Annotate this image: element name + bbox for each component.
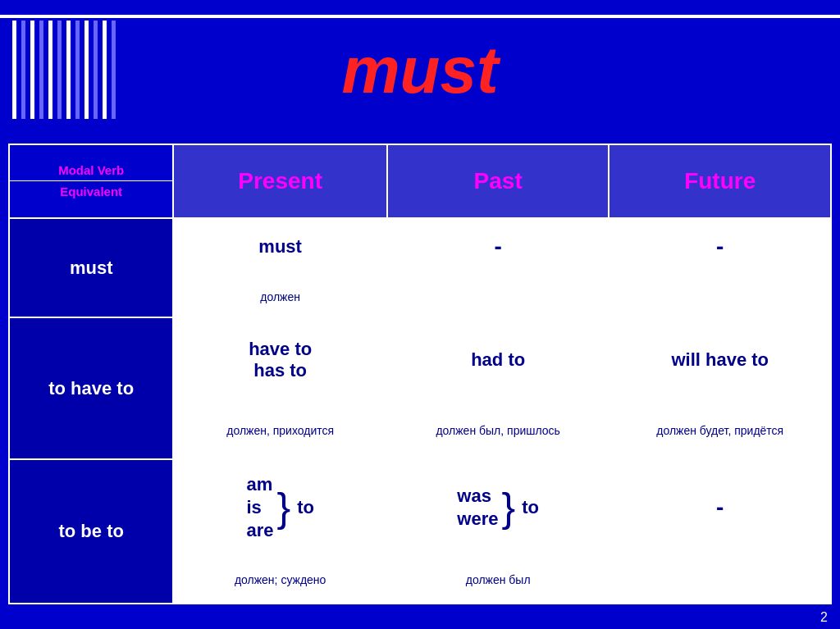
be-to-future-en: - — [609, 459, 831, 556]
have-to-present-en: have tohas to — [173, 317, 387, 402]
must-present-en: must — [173, 218, 387, 276]
must-past-ru — [387, 276, 609, 317]
be-to-present-brace: am is are } to — [180, 474, 380, 541]
be-to-are: are — [246, 520, 273, 541]
must-future-ru — [609, 276, 831, 317]
future-header: Future — [609, 144, 831, 218]
top-line — [0, 15, 840, 18]
must-modal-cell: must — [9, 218, 173, 318]
be-to-present-brace-symbol: } — [276, 487, 290, 528]
have-to-modal-cell: to have to — [9, 317, 173, 459]
must-past-en: - — [387, 218, 609, 276]
modal-verb-header-labels: Modal Verb Equivalent — [10, 160, 172, 202]
be-to-row-english: to be to am is are } to was were — [9, 459, 831, 556]
have-to-future-ru: должен будет, придётся — [609, 402, 831, 459]
be-to-present-en: am is are } to — [173, 459, 387, 556]
be-to-past-brace-symbol: } — [502, 487, 516, 528]
modal-verb-label: Modal Verb — [10, 160, 172, 181]
be-to-was: was — [457, 485, 491, 507]
be-to-past-words: was were — [457, 485, 498, 530]
be-to-were: were — [457, 508, 498, 530]
must-future-en: - — [609, 218, 831, 276]
have-to-present-en-text: have tohas to — [249, 339, 312, 381]
be-to-am: am — [246, 474, 272, 495]
be-to-is: is — [246, 497, 261, 518]
main-table-container: Modal Verb Equivalent Present Past Futur… — [8, 144, 832, 604]
have-to-past-en: had to — [387, 317, 609, 402]
present-header: Present — [173, 144, 387, 218]
have-to-future-en: will have to — [609, 317, 831, 402]
must-row-english: must must - - — [9, 218, 831, 276]
be-to-present-words: am is are — [246, 474, 273, 541]
equivalent-label: Equivalent — [10, 181, 172, 202]
be-to-present-to: to — [297, 497, 314, 518]
modal-verb-header-cell: Modal Verb Equivalent — [9, 144, 173, 218]
table-header-row: Modal Verb Equivalent Present Past Futur… — [9, 144, 831, 218]
grammar-table: Modal Verb Equivalent Present Past Futur… — [8, 144, 832, 604]
be-to-present-ru: должен; суждено — [173, 556, 387, 604]
be-to-modal-cell: to be to — [9, 459, 173, 604]
be-to-past-ru: должен был — [387, 556, 609, 604]
past-header: Past — [387, 144, 609, 218]
be-to-past-to: to — [522, 497, 539, 518]
page-title: must — [0, 33, 840, 108]
be-to-past-en: was were } to — [387, 459, 609, 556]
have-to-present-ru: должен, приходится — [173, 402, 387, 459]
be-to-future-ru — [609, 556, 831, 604]
must-present-ru: должен — [173, 276, 387, 317]
have-to-past-ru: должен был, пришлось — [387, 402, 609, 459]
be-to-past-brace: was were } to — [395, 485, 602, 530]
have-to-row-english: to have to have tohas to had to will hav… — [9, 317, 831, 402]
page-number: 2 — [820, 610, 828, 625]
